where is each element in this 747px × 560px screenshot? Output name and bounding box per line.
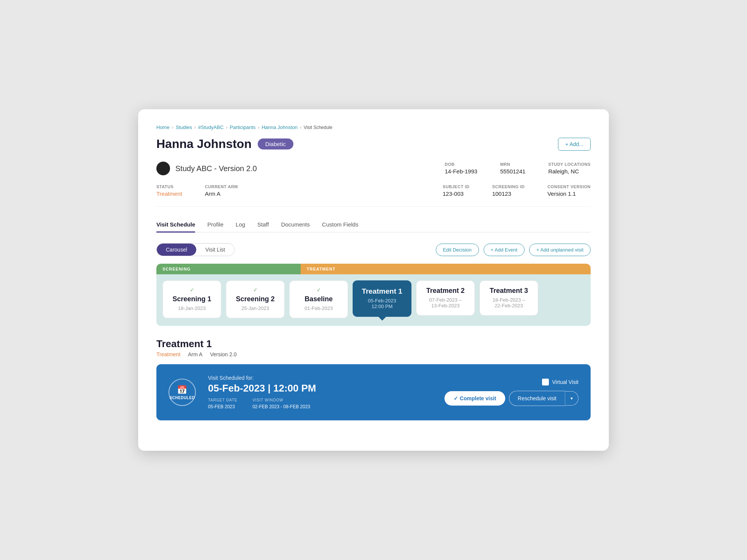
status-field: STATUS Treatment [156, 184, 182, 197]
card-title: Treatment 1 [360, 287, 404, 296]
visit-card-baseline[interactable]: ✓ Baseline 01-Feb-2023 [289, 280, 348, 318]
scheduled-for-label: Visit Scheduled for: [208, 375, 432, 381]
locations-field: STUDY LOCATIONS Raleigh, NC [548, 162, 591, 175]
page-header: Hanna Johnston Diabetic + Add... [156, 137, 591, 151]
tab-documents[interactable]: Documents [281, 217, 310, 233]
screening-id-field: SCREENING ID 100123 [492, 184, 525, 197]
study-title: Study ABC - Version 2.0 [175, 164, 257, 173]
virtual-visit-field: Virtual Visit [542, 379, 578, 385]
reschedule-button[interactable]: Reschedule visit [509, 391, 565, 406]
add-unplanned-button[interactable]: + Add unplanned visit [529, 244, 591, 256]
card-title: Treatment 3 [487, 287, 531, 295]
detail-subtitle: Treatment Arm A Version 2.0 [156, 351, 591, 357]
check-icon: ✓ [233, 287, 277, 293]
current-arm-field: CURRENT ARM Arm A [205, 184, 238, 197]
card-date: 18-Jan-2023 [170, 305, 214, 311]
scheduled-info: Visit Scheduled for: 05-Feb-2023 | 12:00… [208, 375, 432, 410]
target-date-field: TARGET DATE 05-FEB 2023 [208, 398, 237, 410]
nav-tabs: Visit Schedule Profile Log Staff Documen… [156, 217, 591, 233]
consent-version-field: CONSENT VERSION Version 1.1 [547, 184, 591, 197]
card-title: Screening 1 [170, 295, 214, 303]
view-controls: Carousel Visit List Edit Decision + Add … [156, 243, 591, 256]
check-icon: ✓ [170, 287, 214, 293]
breadcrumb: Home › Studies › #StudyABC › Participant… [156, 124, 591, 130]
virtual-visit-label: Virtual Visit [552, 379, 578, 385]
study-info-row: Study ABC - Version 2.0 DOB 14-Feb-1993 … [156, 162, 591, 175]
target-date-label: TARGET DATE [208, 398, 237, 402]
tab-profile[interactable]: Profile [207, 217, 224, 233]
carousel-band: SCREENING TREATMENT [156, 264, 591, 274]
view-toggle: Carousel Visit List [156, 243, 235, 256]
tab-staff[interactable]: Staff [257, 217, 269, 233]
visit-window-field: VISIT WINDOW 02-FEB 2023 - 08-FEB 2023 [252, 398, 310, 410]
scheduled-badge: SCHEDULED [170, 396, 195, 400]
add-event-button[interactable]: + Add Event [484, 244, 525, 256]
treatment-band-label: TREATMENT [301, 264, 591, 274]
detail-version: Version 2.0 [210, 351, 236, 357]
target-date-value: 05-FEB 2023 [208, 404, 235, 409]
diabetic-badge: Diabetic [258, 138, 293, 149]
screening-band-label: SCREENING [156, 264, 301, 274]
subject-id-field: SUBJECT ID 123-003 [443, 184, 469, 197]
tab-custom-fields[interactable]: Custom Fields [322, 217, 358, 233]
check-icon: ✓ [296, 287, 341, 293]
card-title: Screening 2 [233, 295, 277, 303]
dob-field: DOB 14-Feb-1993 [445, 162, 478, 175]
scheduled-icon: 📅 SCHEDULED [169, 379, 196, 406]
complete-visit-button[interactable]: ✓ Complete visit [444, 391, 505, 406]
breadcrumb-patient[interactable]: Hanna Johnston [262, 124, 298, 130]
calendar-icon: 📅 [177, 385, 188, 395]
visit-window-label: VISIT WINDOW [252, 398, 310, 402]
breadcrumb-studies[interactable]: Studies [176, 124, 192, 130]
action-buttons: Edit Decision + Add Event + Add unplanne… [436, 244, 591, 256]
carousel-area: ✓ Screening 1 18-Jan-2023 ✓ Screening 2 … [156, 274, 591, 326]
visit-card-screening2[interactable]: ✓ Screening 2 25-Jan-2023 [226, 280, 285, 318]
reschedule-group: Reschedule visit ▾ [509, 391, 578, 406]
detail-type: Treatment [156, 351, 180, 357]
card-title: Baseline [296, 295, 341, 303]
patient-name: Hanna Johnston [156, 137, 252, 151]
scheduled-card: 📅 SCHEDULED Visit Scheduled for: 05-Feb-… [156, 364, 591, 420]
visit-list-toggle[interactable]: Visit List [196, 244, 234, 256]
mrn-field: MRN 55501241 [500, 162, 526, 175]
patient-details-row: STATUS Treatment CURRENT ARM Arm A SUBJE… [156, 184, 591, 207]
study-icon [156, 162, 170, 175]
card-date: 25-Jan-2023 [233, 305, 277, 311]
detail-arm: Arm A [188, 351, 202, 357]
reschedule-dropdown-button[interactable]: ▾ [565, 391, 578, 406]
visit-card-treatment3[interactable]: Treatment 3 18-Feb-2023 –22-Feb-2023 [479, 280, 538, 316]
study-meta: DOB 14-Feb-1993 MRN 55501241 STUDY LOCAT… [445, 162, 591, 175]
visit-card-treatment1[interactable]: Treatment 1 05-Feb-202312:00 PM [353, 280, 411, 317]
detail-panel: Treatment 1 Treatment Arm A Version 2.0 … [156, 338, 591, 420]
tab-visit-schedule[interactable]: Visit Schedule [156, 217, 195, 233]
card-date: 01-Feb-2023 [296, 305, 341, 311]
carousel-toggle[interactable]: Carousel [157, 244, 196, 256]
breadcrumb-current: Visit Schedule [304, 125, 333, 130]
scheduled-actions: Virtual Visit ✓ Complete visit Reschedul… [444, 379, 578, 406]
breadcrumb-participants[interactable]: Participants [230, 124, 255, 130]
edit-decision-button[interactable]: Edit Decision [436, 244, 479, 256]
scheduled-date: 05-Feb-2023 | 12:00 PM [208, 382, 432, 394]
breadcrumb-studyabc[interactable]: #StudyABC [198, 124, 224, 130]
visit-card-screening1[interactable]: ✓ Screening 1 18-Jan-2023 [162, 280, 221, 318]
card-title: Treatment 2 [423, 287, 468, 295]
add-button[interactable]: + Add... [558, 138, 591, 151]
breadcrumb-home[interactable]: Home [156, 124, 170, 130]
virtual-visit-checkbox[interactable] [542, 379, 549, 385]
detail-title: Treatment 1 [156, 338, 591, 350]
card-date: 07-Feb-2023 –13-Feb-2023 [423, 297, 468, 308]
card-date: 05-Feb-202312:00 PM [360, 298, 404, 309]
card-date: 18-Feb-2023 –22-Feb-2023 [487, 297, 531, 308]
tab-log[interactable]: Log [236, 217, 245, 233]
visit-card-treatment2[interactable]: Treatment 2 07-Feb-2023 –13-Feb-2023 [416, 280, 475, 316]
scheduled-sub: TARGET DATE 05-FEB 2023 VISIT WINDOW 02-… [208, 398, 432, 410]
visit-window-value: 02-FEB 2023 - 08-FEB 2023 [252, 404, 310, 409]
